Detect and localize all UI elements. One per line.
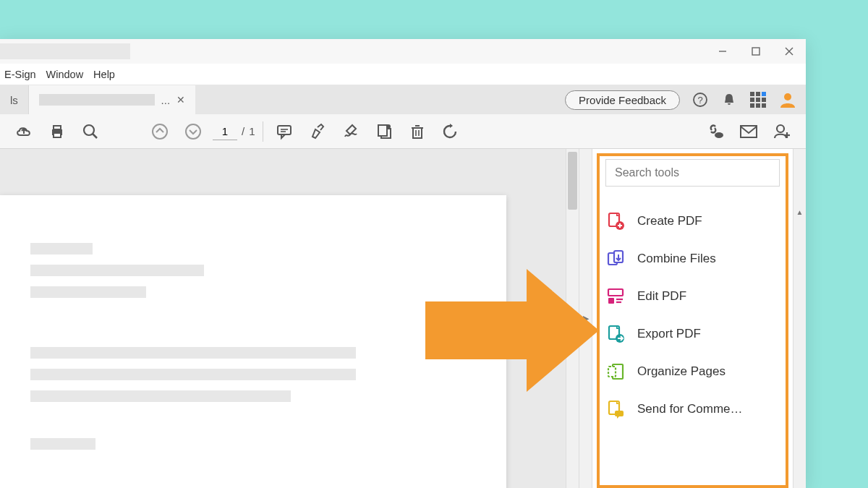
export-pdf-icon xyxy=(605,324,626,344)
scroll-thumb[interactable] xyxy=(568,152,577,210)
help-icon[interactable]: ? xyxy=(692,91,709,108)
minimize-button[interactable] xyxy=(706,39,739,64)
search-tools-input[interactable] xyxy=(605,159,780,187)
rotate-icon[interactable] xyxy=(438,119,463,144)
page-indicator: / 1 xyxy=(213,123,255,140)
menu-esign[interactable]: E-Sign xyxy=(4,69,36,80)
svg-point-13 xyxy=(186,124,200,139)
zoom-icon[interactable] xyxy=(78,119,103,144)
maximize-button[interactable] xyxy=(739,39,773,64)
title-placeholder xyxy=(0,43,130,59)
tool-label: Organize Pages xyxy=(637,364,726,379)
page-sep: / xyxy=(242,125,244,137)
page-input[interactable] xyxy=(213,123,237,140)
menu-help[interactable]: Help xyxy=(93,69,115,80)
panel-scrollbar[interactable]: ▲ xyxy=(793,149,806,488)
tool-label: Create PDF xyxy=(637,214,702,228)
toolbar: / 1 xyxy=(0,114,806,149)
send-comments-icon xyxy=(605,399,626,419)
tabbar: ls ... ✕ Provide Feedback ? xyxy=(0,85,806,114)
highlight-icon[interactable] xyxy=(305,119,330,144)
panel-collapse-handle[interactable]: ▶ xyxy=(579,149,592,488)
toolbar-separator xyxy=(263,121,263,142)
tool-organize-pages[interactable]: Organize Pages xyxy=(605,353,780,390)
svg-rect-1 xyxy=(752,48,760,55)
svg-line-11 xyxy=(93,134,97,138)
comment-icon[interactable] xyxy=(272,119,297,144)
page-up-icon[interactable] xyxy=(148,119,172,144)
svg-rect-8 xyxy=(54,126,61,129)
tool-label: Export PDF xyxy=(637,327,701,341)
svg-point-18 xyxy=(386,124,391,129)
tool-edit-pdf[interactable]: Edit PDF xyxy=(605,278,780,315)
stamp-icon[interactable] xyxy=(372,119,396,144)
page-total: 1 xyxy=(249,125,255,137)
delete-icon[interactable] xyxy=(405,119,430,144)
svg-rect-44 xyxy=(615,411,624,416)
tool-label: Edit PDF xyxy=(637,289,686,304)
email-icon[interactable] xyxy=(736,119,761,144)
tab-document[interactable]: ... ✕ xyxy=(29,85,195,114)
tool-label: Send for Comme… xyxy=(637,402,743,416)
workspace: ▲ ▶ Create PDF xyxy=(0,149,806,488)
app-window: E-Sign Window Help ls ... ✕ Provide Feed… xyxy=(0,39,806,488)
titlebar xyxy=(0,39,806,64)
apps-grid-icon[interactable] xyxy=(749,91,767,108)
menu-window[interactable]: Window xyxy=(46,69,84,80)
svg-text:?: ? xyxy=(697,95,702,106)
svg-rect-17 xyxy=(378,125,387,136)
organize-pages-icon xyxy=(605,361,626,382)
signin-icon[interactable] xyxy=(778,91,796,108)
caret-right-icon: ▶ xyxy=(583,314,589,323)
doc-name-suffix: ... xyxy=(161,94,171,106)
panel-scroll-up-icon[interactable]: ▲ xyxy=(793,208,806,216)
svg-rect-35 xyxy=(608,289,623,296)
page-down-icon[interactable] xyxy=(181,119,205,144)
tool-send-for-comments[interactable]: Send for Comme… xyxy=(605,390,780,428)
combine-files-icon xyxy=(605,249,626,269)
doc-name-placeholder xyxy=(39,94,155,106)
menubar: E-Sign Window Help xyxy=(0,64,806,85)
svg-rect-25 xyxy=(741,126,757,137)
tool-create-pdf[interactable]: Create PDF xyxy=(605,202,780,240)
print-icon[interactable] xyxy=(45,119,69,144)
svg-point-26 xyxy=(777,125,784,132)
tool-combine-files[interactable]: Combine Files xyxy=(605,240,780,278)
tool-export-pdf[interactable]: Export PDF xyxy=(605,315,780,353)
tab-tools[interactable]: ls xyxy=(0,85,29,114)
document-area[interactable] xyxy=(0,149,566,488)
share-person-icon[interactable] xyxy=(770,119,794,144)
svg-point-6 xyxy=(784,93,791,100)
tools-panel: Create PDF Combine Files Edit PDF xyxy=(592,149,793,488)
edit-pdf-icon xyxy=(605,286,626,307)
svg-point-10 xyxy=(84,125,94,135)
tool-label: Combine Files xyxy=(637,252,716,266)
create-pdf-icon xyxy=(605,211,626,231)
bell-icon[interactable] xyxy=(720,91,738,108)
svg-point-24 xyxy=(715,132,723,138)
tab-tools-suffix: ls xyxy=(10,94,18,106)
svg-point-12 xyxy=(153,124,167,139)
feedback-button[interactable]: Provide Feedback xyxy=(565,90,680,110)
close-button[interactable] xyxy=(773,39,806,64)
save-cloud-icon[interactable] xyxy=(12,119,36,144)
svg-rect-14 xyxy=(278,126,291,134)
svg-rect-42 xyxy=(608,367,616,377)
doc-scrollbar[interactable]: ▲ xyxy=(566,149,579,488)
link-cloud-icon[interactable] xyxy=(703,119,728,144)
tab-close-icon[interactable]: ✕ xyxy=(176,94,185,106)
svg-rect-9 xyxy=(54,133,61,137)
sign-icon[interactable] xyxy=(339,119,363,144)
svg-rect-19 xyxy=(413,128,422,138)
svg-rect-36 xyxy=(608,298,614,304)
page-content xyxy=(0,195,506,488)
